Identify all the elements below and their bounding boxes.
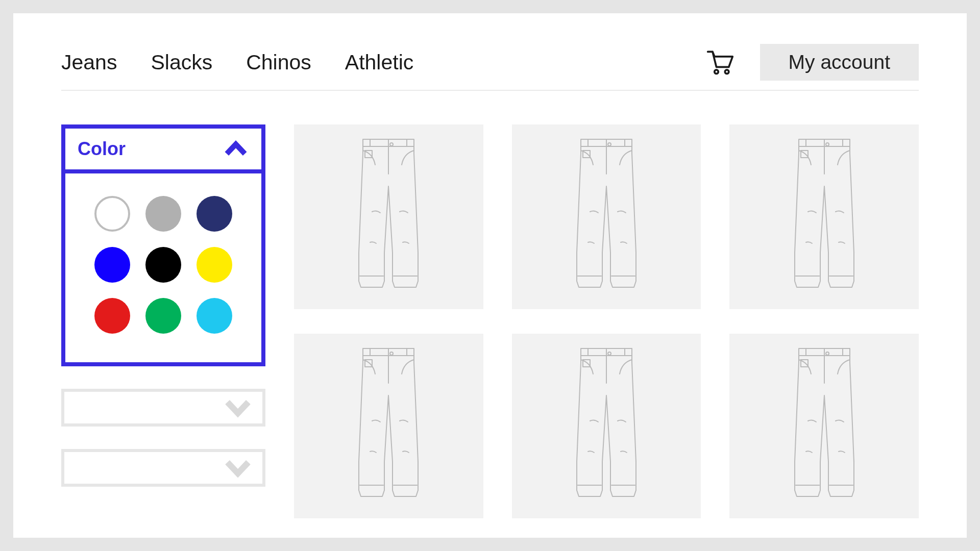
color-swatch-red[interactable] bbox=[94, 298, 130, 334]
header: Jeans Slacks Chinos Athletic My account bbox=[61, 44, 919, 91]
main: Color bbox=[61, 124, 919, 518]
product-image bbox=[778, 135, 870, 298]
nav-item-jeans[interactable]: Jeans bbox=[61, 51, 117, 74]
product-image bbox=[342, 344, 434, 508]
color-swatch-black[interactable] bbox=[145, 247, 181, 283]
header-right: My account bbox=[706, 44, 919, 81]
product-card[interactable] bbox=[512, 124, 701, 309]
nav-item-chinos[interactable]: Chinos bbox=[246, 51, 311, 74]
product-card[interactable] bbox=[294, 334, 483, 518]
product-card[interactable] bbox=[729, 124, 919, 309]
product-image bbox=[560, 135, 652, 298]
nav-item-athletic[interactable]: Athletic bbox=[345, 51, 413, 74]
cart-icon bbox=[706, 48, 734, 77]
category-nav: Jeans Slacks Chinos Athletic bbox=[61, 51, 413, 74]
cart-button[interactable] bbox=[706, 48, 734, 77]
svg-point-0 bbox=[714, 70, 718, 73]
filter-color: Color bbox=[61, 124, 265, 366]
product-card[interactable] bbox=[294, 124, 483, 309]
product-image bbox=[342, 135, 434, 298]
chevron-down-icon bbox=[223, 392, 253, 423]
color-swatch-white[interactable] bbox=[94, 196, 130, 232]
color-swatch-navy[interactable] bbox=[197, 196, 232, 232]
color-swatch-grid bbox=[65, 173, 261, 362]
color-swatch-sky-blue[interactable] bbox=[197, 298, 232, 334]
product-card[interactable] bbox=[512, 334, 701, 518]
filter-sidebar: Color bbox=[61, 124, 265, 518]
chevron-up-icon bbox=[223, 136, 249, 162]
product-image bbox=[560, 344, 652, 508]
svg-point-1 bbox=[725, 70, 728, 73]
my-account-button[interactable]: My account bbox=[760, 44, 919, 81]
color-swatch-gray[interactable] bbox=[145, 196, 181, 232]
product-image bbox=[778, 344, 870, 508]
color-swatch-blue[interactable] bbox=[94, 247, 130, 283]
product-grid bbox=[294, 124, 919, 518]
product-card[interactable] bbox=[729, 334, 919, 518]
filter-collapsed[interactable] bbox=[61, 449, 265, 487]
filter-color-header[interactable]: Color bbox=[65, 129, 261, 173]
chevron-down-icon bbox=[223, 453, 253, 483]
filter-collapsed[interactable] bbox=[61, 389, 265, 427]
color-swatch-green[interactable] bbox=[145, 298, 181, 334]
filter-color-title: Color bbox=[78, 138, 126, 160]
color-swatch-yellow[interactable] bbox=[197, 247, 232, 283]
nav-item-slacks[interactable]: Slacks bbox=[151, 51, 212, 74]
